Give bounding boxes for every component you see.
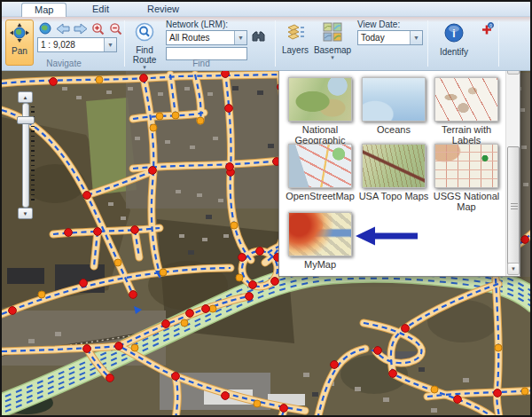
identify-button[interactable]: i Identify (435, 20, 473, 66)
pan-globe-icon (10, 23, 29, 46)
basemap-item-oceans[interactable]: Oceans (358, 77, 429, 135)
zoom-in-slider-button[interactable]: ▲ (18, 91, 33, 103)
map-scale-combobox[interactable]: 1 : 9,028 ▼ (37, 37, 117, 52)
scrollbar-thumb[interactable] (507, 146, 520, 265)
zoom-out-slider-button[interactable]: ▼ (18, 208, 33, 219)
navigate-group-label: Navigate (20, 59, 108, 68)
view-date-label: View Date: (357, 20, 400, 29)
basemap-item-openstreetmap[interactable]: OpenStreetMap (285, 144, 356, 201)
group-divider (124, 20, 125, 67)
zoom-slider-thumb[interactable] (17, 116, 35, 124)
usa-topo-maps-thumbnail[interactable] (362, 144, 426, 188)
view-date-combobox[interactable]: Today ▼ (357, 30, 423, 45)
full-extent-button[interactable] (37, 21, 52, 35)
tab-map[interactable]: Map (21, 3, 66, 17)
national-geographic-thumbnail[interactable] (288, 77, 352, 122)
chevron-down-icon: ▾ (143, 65, 146, 70)
mymap-thumbnail[interactable] (288, 212, 352, 256)
gallery-scrollbar[interactable]: ▲ ▼ (505, 61, 520, 276)
binoculars-icon[interactable] (251, 30, 266, 47)
layers-label: Layers (282, 45, 309, 55)
map-scale-value: 1 : 9,028 (38, 38, 104, 51)
basemap-item-label: Terrain with Labels (431, 124, 502, 146)
info-circle-icon: i (443, 22, 465, 47)
chevron-down-icon[interactable]: ▼ (234, 31, 246, 44)
basemap-item-usgs-national-map[interactable]: USGS National Map (431, 144, 502, 212)
basemap-tiles-icon (323, 22, 342, 45)
scrollbar-grip (511, 203, 518, 209)
find-group-label: Find (161, 59, 241, 68)
ribbon-tabbar: Map Edit Review (2, 2, 530, 17)
chevron-down-icon[interactable]: ▼ (104, 38, 116, 51)
basemap-item-terrain-with-labels[interactable]: Terrain with Labels (431, 77, 502, 146)
add-event-icon[interactable]: 0 (480, 22, 494, 40)
oceans-thumbnail[interactable] (362, 77, 426, 122)
next-extent-button[interactable] (73, 21, 88, 35)
tab-review[interactable]: Review (135, 3, 192, 17)
basemap-item-label: Oceans (358, 124, 429, 135)
pan-label: Pan (12, 46, 27, 56)
scroll-down-button[interactable]: ▼ (507, 263, 520, 275)
basemap-item-usa-topo-maps[interactable]: USA Topo Maps (358, 144, 429, 201)
terrain-with-labels-thumbnail[interactable] (434, 77, 498, 122)
find-route-label-1: Find (136, 45, 153, 55)
svg-text:0: 0 (489, 24, 492, 28)
zoom-out-button[interactable] (108, 21, 123, 35)
group-divider (427, 20, 428, 67)
find-route-button[interactable]: Find Route ▾ (129, 20, 160, 66)
openstreetmap-thumbnail[interactable] (288, 144, 352, 188)
chevron-down-icon[interactable]: ▼ (410, 31, 422, 44)
basemap-item-label: OpenStreetMap (285, 191, 356, 201)
basemap-gallery-panel: National Geographic Oceans Terrain with … (278, 60, 520, 277)
layers-button[interactable]: Layers (279, 20, 311, 66)
chevron-down-icon: ▾ (331, 55, 334, 60)
network-lrm-combobox[interactable]: All Routes ▼ (166, 30, 247, 45)
basemap-item-label: USGS National Map (431, 191, 502, 212)
magnifier-circle-icon (135, 22, 154, 45)
svg-text:i: i (452, 28, 455, 40)
basemap-item-national-geographic[interactable]: National Geographic (285, 77, 356, 146)
tab-edit[interactable]: Edit (80, 3, 121, 17)
navigate-toolbar (37, 21, 123, 35)
basemap-item-label: USA Topo Maps (358, 191, 429, 201)
basemap-item-mymap[interactable]: MyMap (285, 212, 356, 270)
identify-label: Identify (440, 47, 468, 57)
basemap-item-label: MyMap (285, 259, 356, 270)
annotation-arrow-icon (354, 224, 420, 248)
usgs-national-map-thumbnail[interactable] (434, 144, 498, 188)
ribbon: Pan 1 : 9,028 ▼ Navigate (2, 17, 530, 71)
group-divider (498, 20, 499, 67)
event-editor-window: Map Edit Review Pan (0, 0, 532, 417)
view-date-value: Today (358, 31, 410, 44)
group-divider (275, 20, 276, 67)
zoom-in-button[interactable] (90, 21, 106, 35)
network-lrm-value: All Routes (167, 31, 234, 44)
previous-extent-button[interactable] (55, 21, 70, 35)
network-lrm-label: Network (LRM): (166, 20, 228, 29)
basemap-item-label: National Geographic (285, 124, 356, 146)
layers-icon (286, 22, 305, 45)
basemap-button[interactable]: Basemap ▾ (313, 20, 352, 66)
